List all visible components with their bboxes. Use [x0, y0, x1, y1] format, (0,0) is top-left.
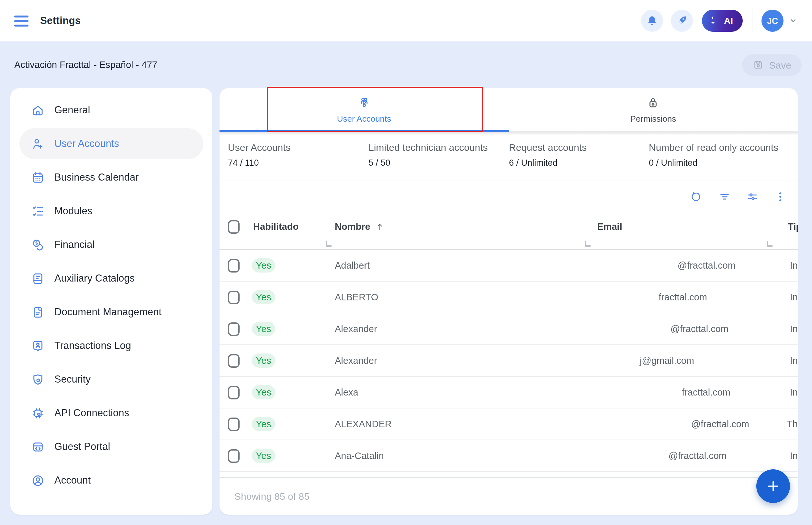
hamburger-menu-icon[interactable]	[14, 15, 29, 26]
stat-limited-technician-accounts: Limited technician accounts 5 / 50	[368, 132, 509, 181]
kebab-menu-icon[interactable]	[774, 190, 787, 203]
user-type: In	[751, 451, 798, 461]
sidebar-item-label: Security	[54, 374, 91, 385]
tab-bar: User Accounts Permissions	[220, 88, 798, 132]
badge-person-icon	[31, 339, 45, 352]
table-bottom-divider	[220, 472, 798, 478]
settings-page: Settings AI	[0, 0, 812, 525]
add-user-button[interactable]	[756, 469, 790, 503]
sparkles-icon	[708, 14, 721, 27]
column-header-tipo[interactable]: Tipo	[751, 212, 798, 249]
document-icon	[31, 305, 45, 319]
column-header-habilitado[interactable]: Habilitado	[246, 212, 327, 249]
stat-user-accounts: User Accounts 74 / 110	[228, 132, 368, 181]
top-header: Settings AI	[0, 0, 812, 42]
column-header-email[interactable]: Email	[531, 212, 751, 249]
sidebar-item-account[interactable]: Account	[19, 465, 203, 496]
sidebar-item-label: Guest Portal	[54, 441, 110, 452]
user-email: fracttal.com	[531, 387, 751, 397]
row-checkbox[interactable]	[228, 417, 240, 431]
user-email: fracttal.com	[531, 292, 751, 302]
user-email: @fracttal.com	[531, 260, 751, 271]
user-type: In	[751, 387, 798, 397]
row-checkbox[interactable]	[228, 259, 240, 272]
user-type: In	[751, 260, 798, 271]
sliders-icon[interactable]	[746, 190, 759, 203]
sidebar-item-auxiliary-catalogs[interactable]: Auxiliary Catalogs	[19, 263, 203, 294]
row-checkbox[interactable]	[228, 322, 240, 336]
row-checkbox[interactable]	[228, 354, 240, 368]
plus-icon	[765, 478, 782, 495]
table-row[interactable]: Yes Ana-Catalin @fracttal.com In	[220, 440, 798, 472]
svg-text:$: $	[35, 240, 38, 245]
tab-user-accounts[interactable]: User Accounts	[220, 88, 508, 131]
refresh-icon[interactable]	[690, 190, 703, 203]
sidebar-item-business-calendar[interactable]: Business Calendar	[19, 162, 203, 193]
header-divider	[752, 9, 752, 32]
enabled-badge: Yes	[252, 290, 275, 304]
save-button[interactable]: Save	[742, 54, 802, 75]
table-row[interactable]: Yes ALBERTO fracttal.com In	[220, 282, 798, 313]
sidebar-item-label: API Connections	[54, 407, 129, 419]
sidebar-item-transactions-log[interactable]: Transactions Log	[19, 330, 203, 361]
row-checkbox[interactable]	[228, 386, 240, 399]
user-type: In	[751, 324, 798, 334]
whats-new-button[interactable]	[671, 10, 693, 32]
breadcrumb-bar: Activación Fracttal - Español - 477 Save	[0, 42, 812, 88]
calendar-icon	[31, 170, 45, 184]
sidebar-item-general[interactable]: General	[19, 94, 203, 125]
filter-icon[interactable]	[718, 190, 731, 203]
table-row[interactable]: Yes Alexander @fracttal.com In	[220, 313, 798, 345]
column-resize-handle[interactable]	[767, 241, 772, 246]
avatar[interactable]: JC	[762, 10, 783, 32]
table-row[interactable]: Yes Alexa fracttal.com In	[220, 377, 798, 408]
enabled-badge: Yes	[252, 385, 275, 400]
sidebar-item-document-management[interactable]: Document Management	[19, 297, 203, 328]
sidebar-item-label: General	[54, 104, 90, 116]
book-icon	[31, 272, 45, 285]
lock-icon	[647, 96, 660, 109]
enabled-badge: Yes	[252, 449, 275, 463]
table-row[interactable]: Yes Adalbert @fracttal.com In	[220, 250, 798, 282]
page-title: Settings	[40, 15, 81, 27]
user-name: Adalbert	[327, 260, 531, 271]
user-name: Alexa	[327, 387, 531, 397]
sidebar-item-user-accounts[interactable]: User Accounts	[19, 128, 203, 159]
tab-permissions[interactable]: Permissions	[508, 88, 798, 131]
person-circle-icon	[31, 474, 45, 487]
notifications-button[interactable]	[641, 10, 663, 32]
shield-icon	[31, 373, 45, 386]
stat-value: 0 / Unlimited	[649, 158, 778, 168]
sidebar-item-modules[interactable]: Modules	[19, 195, 203, 227]
enabled-badge: Yes	[252, 354, 275, 368]
column-resize-handle[interactable]	[585, 241, 591, 246]
select-all-checkbox[interactable]	[228, 220, 240, 234]
stat-request-accounts: Request accounts 6 / Unlimited	[509, 132, 649, 181]
user-name: ALBERTO	[327, 292, 531, 302]
stat-value: 5 / 50	[368, 158, 509, 168]
checklist-icon	[31, 204, 45, 218]
sidebar-item-security[interactable]: Security	[19, 364, 203, 395]
chevron-down-icon[interactable]	[787, 15, 799, 27]
account-stats: User Accounts 74 / 110 Limited technicia…	[220, 132, 798, 181]
sidebar-item-label: User Accounts	[54, 138, 119, 150]
settings-sidebar: General User Accounts Business Calendar …	[10, 88, 212, 515]
ai-assistant-button[interactable]: AI	[702, 10, 743, 32]
table-row[interactable]: Yes ALEXANDER @fracttal.com Th	[220, 408, 798, 440]
chip-icon	[31, 406, 45, 420]
column-resize-handle[interactable]	[326, 241, 331, 246]
sidebar-item-financial[interactable]: $ Financial	[19, 229, 203, 260]
row-checkbox[interactable]	[228, 449, 240, 463]
floppy-disk-icon	[752, 59, 764, 71]
table-row[interactable]: Yes Alexander j@gmail.com In	[220, 345, 798, 377]
stat-label: Limited technician accounts	[368, 142, 509, 153]
sidebar-item-label: Document Management	[54, 306, 162, 318]
tab-label: User Accounts	[337, 114, 392, 124]
sidebar-item-guest-portal[interactable]: Guest Portal	[19, 431, 203, 462]
sidebar-item-api-connections[interactable]: API Connections	[19, 397, 203, 429]
browser-icon	[31, 440, 45, 453]
row-checkbox[interactable]	[228, 290, 240, 304]
sidebar-item-label: Business Calendar	[54, 171, 138, 183]
column-header-nombre[interactable]: Nombre	[327, 212, 531, 249]
user-type: In	[751, 355, 798, 366]
